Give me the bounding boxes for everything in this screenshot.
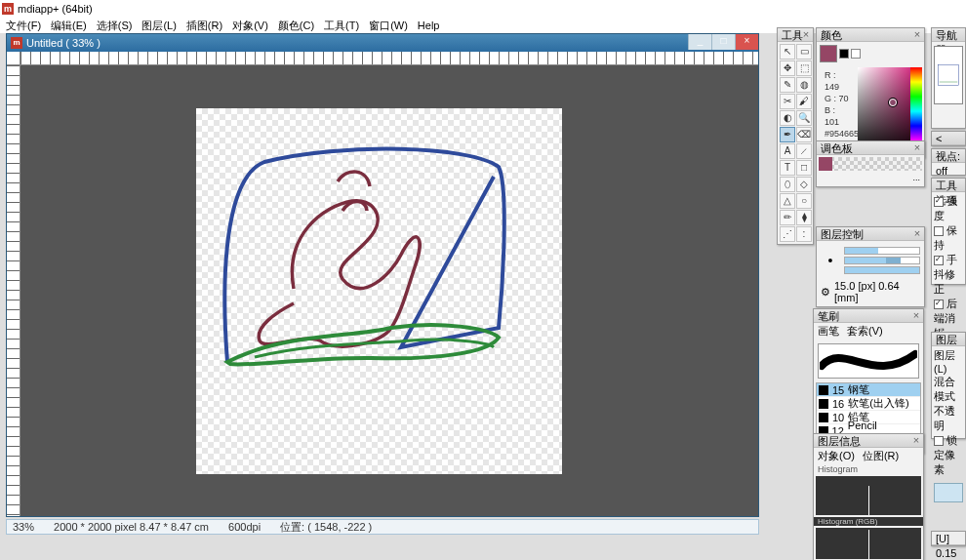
brush-panel-header[interactable]: 笔刷 × bbox=[814, 309, 923, 323]
menu-edit[interactable]: 编辑(E) bbox=[51, 19, 87, 33]
footer-text: [U] 0.15 M bbox=[936, 533, 956, 560]
tool-7[interactable]: 🖌 bbox=[796, 94, 812, 109]
swatch-black[interactable] bbox=[839, 49, 849, 59]
brush-tab-pen[interactable]: 画笔 bbox=[818, 324, 839, 339]
tool-2[interactable]: ✥ bbox=[780, 60, 795, 76]
ruler-corner bbox=[7, 52, 20, 65]
nav-header[interactable]: 导航器 bbox=[932, 28, 965, 42]
sv-ring[interactable] bbox=[889, 99, 897, 106]
layer-control-header[interactable]: 图层控制 × bbox=[817, 227, 924, 241]
menu-window[interactable]: 窗口(W) bbox=[369, 19, 408, 33]
menu-object[interactable]: 对象(V) bbox=[232, 19, 268, 33]
color-panel[interactable]: 颜色 × R : 149 G : 70 B : 101 #954665 bbox=[816, 27, 925, 158]
tool-23[interactable]: : bbox=[796, 226, 812, 242]
document-window: m Untitled ( 33% ) _ □ × bbox=[6, 33, 759, 517]
window-minimize[interactable]: _ bbox=[688, 34, 711, 50]
foreground-swatch[interactable] bbox=[820, 45, 837, 62]
canvas[interactable] bbox=[196, 108, 562, 474]
swatch-white[interactable] bbox=[851, 49, 861, 59]
layers2-blend[interactable]: 混合模式 bbox=[934, 375, 963, 404]
tool-21[interactable]: ⧫ bbox=[796, 210, 812, 225]
close-icon[interactable]: × bbox=[801, 29, 811, 39]
tools-panel-title: 工具 bbox=[782, 29, 803, 41]
tools-panel[interactable]: 工具 × ↖▭✥⬚✎◍✂🖌◐🔍✒⌫A⟋T□⬯◇△○✏⧫⋰: bbox=[777, 27, 814, 245]
menu-select[interactable]: 选择(S) bbox=[97, 19, 133, 33]
slider-1[interactable] bbox=[844, 247, 920, 255]
tool-16[interactable]: ⬯ bbox=[780, 177, 795, 192]
layerinfo-tab-obj[interactable]: 对象(O) bbox=[818, 449, 855, 463]
ruler-horizontal[interactable] bbox=[20, 52, 758, 65]
menu-file[interactable]: 文件(F) bbox=[6, 19, 41, 33]
menu-help[interactable]: Help bbox=[418, 20, 440, 31]
tool-4[interactable]: ✎ bbox=[780, 77, 795, 93]
palette-panel[interactable]: 调色板 × ... bbox=[816, 140, 925, 187]
tool-9[interactable]: 🔍 bbox=[796, 110, 812, 126]
tool-5[interactable]: ◍ bbox=[796, 77, 812, 93]
tool-17[interactable]: ◇ bbox=[796, 177, 812, 192]
navigator-panel[interactable]: 导航器 bbox=[931, 27, 966, 129]
palette-panel-header[interactable]: 调色板 × bbox=[817, 141, 924, 155]
brush-panel[interactable]: 笔刷 × 画笔 套索(V) 15钢笔16软笔(出入锋)10铅笔12Pencil … bbox=[813, 308, 924, 454]
statusbar: 33% 2000 * 2000 pixel 8.47 * 8.47 cm 600… bbox=[6, 519, 759, 535]
close-icon[interactable]: × bbox=[911, 310, 921, 320]
viewopt-panel[interactable]: 视点: off bbox=[931, 148, 966, 176]
tool-18[interactable]: △ bbox=[780, 193, 795, 209]
toolopt-panel[interactable]: 工具选项 强度 保持 手抖修正 后端消锯 遮盖保护 bbox=[931, 178, 966, 285]
tool-14[interactable]: T bbox=[780, 160, 795, 176]
layerinfo-tab-bmp[interactable]: 位图(R) bbox=[863, 449, 899, 463]
tool-3[interactable]: ⬚ bbox=[796, 60, 812, 76]
window-close[interactable]: × bbox=[735, 34, 758, 50]
tool-6[interactable]: ✂ bbox=[780, 94, 795, 109]
menu-tools[interactable]: 工具(T) bbox=[324, 19, 359, 33]
window-maximize[interactable]: □ bbox=[711, 34, 735, 50]
close-icon[interactable]: × bbox=[911, 435, 921, 445]
close-icon[interactable]: × bbox=[912, 228, 922, 238]
doc-icon: m bbox=[11, 37, 22, 49]
tool-10[interactable]: ✒ bbox=[780, 127, 795, 142]
menu-illust[interactable]: 插图(R) bbox=[186, 19, 222, 33]
close-icon[interactable]: × bbox=[912, 29, 922, 39]
tool-11[interactable]: ⌫ bbox=[796, 127, 812, 142]
window-controls: _ □ × bbox=[688, 34, 758, 50]
slider-2[interactable] bbox=[844, 257, 920, 264]
layer-thumb[interactable] bbox=[934, 483, 963, 502]
layers2-tab[interactable]: 图层(L) bbox=[934, 348, 963, 375]
palette-strip[interactable] bbox=[819, 157, 922, 171]
tool-8[interactable]: ◐ bbox=[780, 110, 795, 126]
layerinfo-panel[interactable]: 图层信息 × 对象(O) 位图(R) Histogram Histogram (… bbox=[813, 433, 924, 560]
tool-20[interactable]: ✏ bbox=[780, 210, 795, 225]
brush-item-15[interactable]: 15钢笔 bbox=[817, 383, 920, 397]
ruler-vertical[interactable] bbox=[7, 65, 20, 516]
layers2-panel[interactable]: 图层 图层(L) 混合模式 不透明 锁定像素 bbox=[931, 332, 966, 439]
palette-more[interactable]: ... bbox=[817, 173, 924, 182]
nav-thumbnail[interactable] bbox=[934, 46, 963, 104]
brush-tab-lasso[interactable]: 套索(V) bbox=[847, 324, 883, 339]
slider-3[interactable] bbox=[844, 266, 920, 274]
brush-size-gear-icon[interactable]: ⚙ bbox=[821, 286, 830, 299]
tool-1[interactable]: ▭ bbox=[796, 44, 812, 60]
brushctl-panel[interactable]: < Brush bbox=[931, 131, 966, 146]
layers2-lock[interactable]: 锁定像素 bbox=[934, 433, 963, 477]
brush-item-16[interactable]: 16软笔(出入锋) bbox=[817, 397, 920, 411]
tool-0[interactable]: ↖ bbox=[780, 44, 795, 60]
menu-layer[interactable]: 图层(L) bbox=[141, 19, 176, 33]
status-zoom: 33% bbox=[13, 521, 34, 533]
layer-control-panel[interactable]: 图层控制 × • ⚙ 15.0 [px] 0.64 [mm] bbox=[816, 226, 925, 307]
opt-keep[interactable]: 保持 bbox=[934, 223, 963, 253]
tool-15[interactable]: □ bbox=[796, 160, 812, 176]
menu-color[interactable]: 颜色(C) bbox=[278, 19, 314, 33]
palette-cell-0[interactable] bbox=[819, 157, 832, 171]
opt-anti[interactable]: 手抖修正 bbox=[934, 253, 963, 297]
app-titlebar: m mdiapp+ (64bit) bbox=[0, 0, 966, 18]
tool-19[interactable]: ○ bbox=[796, 193, 812, 209]
tool-12[interactable]: A bbox=[780, 143, 795, 159]
layerinfo-header[interactable]: 图层信息 × bbox=[814, 434, 923, 448]
tool-13[interactable]: ⟋ bbox=[796, 143, 812, 159]
tool-22[interactable]: ⋰ bbox=[780, 226, 795, 242]
document-titlebar[interactable]: m Untitled ( 33% ) _ □ × bbox=[7, 34, 758, 52]
canvas-viewport[interactable] bbox=[20, 65, 758, 516]
tools-panel-header[interactable]: 工具 × bbox=[778, 28, 813, 42]
color-panel-header[interactable]: 颜色 × bbox=[817, 28, 924, 42]
close-icon[interactable]: × bbox=[912, 142, 922, 152]
layers2-normal[interactable]: 不透明 bbox=[934, 404, 963, 433]
